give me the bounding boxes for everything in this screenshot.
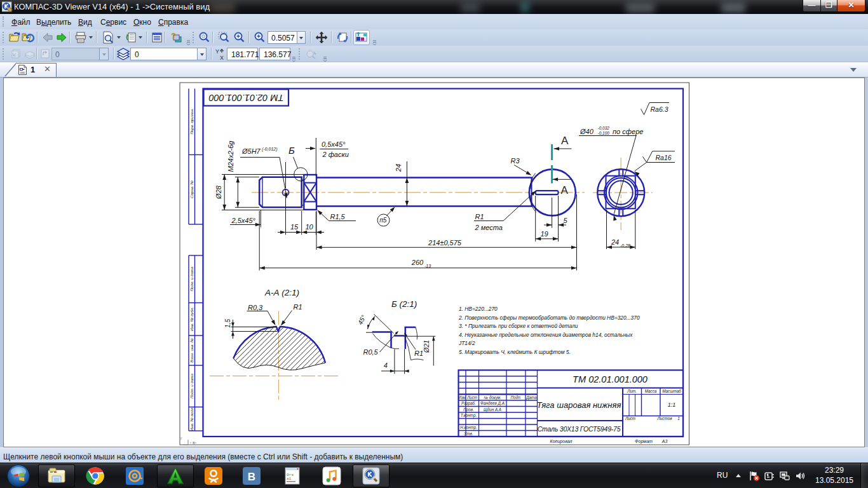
svg-text:1. НВ=220...270: 1. НВ=220...270 [459,306,498,312]
svg-text:R1,5: R1,5 [330,213,346,220]
svg-text:Перв. примен.: Перв. примен. [189,108,194,134]
svg-text:Ø40: Ø40 [580,128,594,135]
svg-text:1,5: 1,5 [224,319,231,328]
svg-text:ТМ 02.01.001.000: ТМ 02.01.001.000 [573,374,648,384]
svg-text:Изм: Изм [458,395,466,400]
svg-text:Подп. и дата: Подп. и дата [189,266,194,291]
svg-text:JT14/2: JT14/2 [458,340,475,346]
svg-text:М24х2-6g: М24х2-6g [227,140,234,172]
svg-text:Ra6.3: Ra6.3 [651,105,668,113]
svg-text:R3: R3 [511,157,520,165]
svg-text:Подп. и дата: Подп. и дата [189,374,194,398]
svg-text:Справ. №: Справ. № [189,180,194,198]
svg-text:А-А (2:1): А-А (2:1) [264,288,299,297]
svg-text:19: 19 [540,230,548,238]
svg-text:Ra16: Ra16 [656,154,672,161]
svg-text:Масса: Масса [645,389,657,393]
svg-text:24: 24 [395,164,402,172]
svg-text:-0,28: -0,28 [620,243,630,248]
svg-text:5: 5 [563,217,567,224]
svg-text:Подп.: Подп. [511,395,522,400]
svg-text:2. Поверхность сферы термообра: 2. Поверхность сферы термообработать до … [458,315,640,321]
svg-text:Взам. инв. №: Взам. инв. № [189,338,194,363]
svg-text:Ø21: Ø21 [423,340,430,353]
svg-text:R1: R1 [475,213,484,220]
svg-text:15: 15 [290,223,299,231]
svg-text:ТМ 02.01.001.000: ТМ 02.01.001.000 [209,93,284,103]
svg-text:Т.контр.: Т.контр. [461,413,477,418]
svg-text:R1: R1 [294,303,302,311]
svg-text:Утв.: Утв. [463,431,473,436]
svg-text:Б: Б [288,145,295,156]
svg-text:214±0,575: 214±0,575 [428,239,462,247]
svg-text:4. Неуказанные предельные откл: 4. Неуказанные предельные отклонения диа… [459,332,633,338]
svg-text:А: А [561,184,569,196]
svg-text:?: ? [171,31,176,41]
svg-text:Инв. № подл.: Инв. № подл. [189,407,194,431]
svg-text:10: 10 [305,223,313,231]
svg-text:Б (2:1): Б (2:1) [391,299,417,309]
svg-text:Y: Y [215,48,219,55]
svg-text:1: 1 [677,416,680,421]
svg-text:п5: п5 [379,217,387,224]
svg-text:Ø28: Ø28 [215,185,222,200]
svg-text:а1: а1 [287,477,292,481]
svg-text:Листов: Листов [657,416,673,421]
svg-text:Дата: Дата [526,395,537,400]
svg-text:№ докум.: № докум. [484,395,501,400]
svg-text:2,5х45°: 2,5х45° [231,217,256,224]
svg-text:Лист: Лист [625,416,635,421]
svg-text:R0,3: R0,3 [248,304,263,311]
svg-text:Пров.: Пров. [463,407,474,412]
svg-text:-0,032: -0,032 [598,126,610,130]
svg-text:4: 4 [384,362,388,369]
svg-text:Лист: Лист [466,395,477,400]
svg-text:по сфере: по сфере [613,128,643,135]
svg-text:Тяга шаровая нижняя: Тяга шаровая нижняя [537,400,621,410]
svg-text:0,5х45°: 0,5х45° [322,140,346,148]
svg-text:Ø5Н7: Ø5Н7 [241,147,261,155]
svg-text:Н.контр.: Н.контр. [460,425,477,430]
svg-text:Формат: Формат [635,439,653,444]
svg-text:Инв. № дубл.: Инв. № дубл. [189,307,194,331]
svg-text:Фандеев Д.А: Фандеев Д.А [480,401,505,406]
svg-text:R1: R1 [414,349,423,357]
svg-text:2 места: 2 места [475,224,503,231]
svg-text:А: А [561,135,569,147]
svg-text:-13: -13 [424,264,431,268]
svg-text:2 фаски: 2 фаски [322,151,349,158]
svg-text:R0,5: R0,5 [363,348,379,356]
svg-text:В: В [248,471,255,483]
svg-text:Щдин А.А: Щдин А.А [484,407,501,412]
svg-text:(-0,012): (-0,012) [262,147,278,152]
svg-text:1:1: 1:1 [668,402,676,408]
svg-text:Копировал: Копировал [550,439,573,444]
svg-text:5. Маркировать Ч, клеймить К: 5. Маркировать Ч, клеймить К шрифтом 5. [459,349,571,355]
svg-text:24: 24 [611,238,619,246]
svg-text:А3: А3 [661,439,668,444]
svg-text:3. * Прилегать при сборке к от: 3. * Прилегать при сборке к ответной дет… [459,323,578,329]
svg-text:-0,100: -0,100 [598,131,610,135]
svg-text:Масштаб: Масштаб [662,389,681,393]
svg-text:Сталь 30Х13 ГОСТ5949-75: Сталь 30Х13 ГОСТ5949-75 [538,425,621,433]
svg-text:y: y [180,436,182,440]
svg-text:260: 260 [411,259,424,266]
svg-text:Лит.: Лит. [627,389,637,393]
svg-text:Разраб.: Разраб. [461,401,476,406]
svg-text:X: X [220,55,224,61]
